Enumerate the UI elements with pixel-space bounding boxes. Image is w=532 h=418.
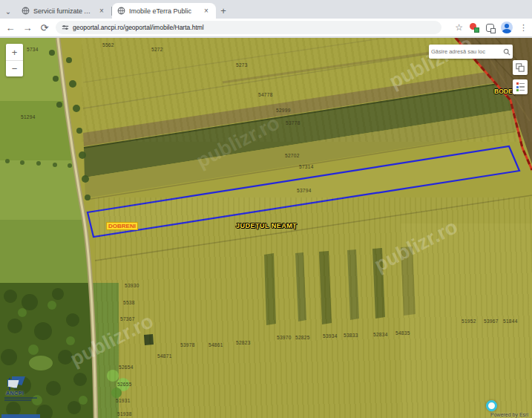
ancpi-logo-text: ANCPI xyxy=(6,391,40,396)
basemap-icon xyxy=(516,63,525,72)
basemap-gallery-button[interactable] xyxy=(513,60,528,75)
map-viewport: 5734556252725273547785299953778512945270… xyxy=(0,38,532,418)
tab-close-icon[interactable]: × xyxy=(97,7,106,15)
reload-icon[interactable]: ⟳ xyxy=(39,22,50,33)
browser-toolbar: ← → ⟳ geoportal.ancpi.ro/geoportal/imobi… xyxy=(0,19,532,37)
new-tab-button[interactable]: + xyxy=(216,3,231,18)
address-bar[interactable]: geoportal.ancpi.ro/geoportal/imobile/Har… xyxy=(56,21,441,34)
search-icon[interactable] xyxy=(501,46,513,58)
tab-close-icon[interactable]: × xyxy=(202,7,211,15)
toolbar-actions: ☆ ⋮ xyxy=(455,22,528,33)
tab-servicii-ancpi[interactable]: Servicii furnizate ANCPI Ex × xyxy=(16,3,111,19)
location-marker[interactable] xyxy=(486,400,497,411)
back-icon[interactable]: ← xyxy=(4,22,16,33)
search-input[interactable] xyxy=(429,48,501,55)
globe-favicon-icon xyxy=(22,7,30,15)
county-label-neamt: JUDEȚUL NEAMȚ xyxy=(236,222,297,229)
extensions-icon[interactable] xyxy=(486,24,494,32)
bookmark-star-icon[interactable]: ☆ xyxy=(455,22,463,33)
zoom-in-button[interactable]: + xyxy=(6,44,23,60)
locality-label-dobreni: DOBRENI xyxy=(106,222,138,230)
tab-title: Servicii furnizate ANCPI Ex xyxy=(33,7,93,15)
zoom-control: + − xyxy=(6,44,23,76)
tab-strip: ⌄ Servicii furnizate ANCPI Ex × Imobile … xyxy=(0,0,532,19)
zoom-out-button[interactable]: − xyxy=(6,60,23,76)
legend-button[interactable] xyxy=(513,79,528,94)
menu-icon[interactable]: ⋮ xyxy=(519,23,528,33)
forward-icon[interactable]: → xyxy=(22,22,33,33)
profile-avatar[interactable] xyxy=(501,22,513,33)
extension-icon[interactable] xyxy=(470,23,479,33)
browser-window: ⌄ Servicii furnizate ANCPI Ex × Imobile … xyxy=(0,0,532,418)
globe-favicon-icon xyxy=(117,7,125,15)
url-text: geoportal.ancpi.ro/geoportal/imobile/Har… xyxy=(73,24,204,31)
site-settings-icon[interactable] xyxy=(62,24,69,31)
map-attribution: Powered by Esri xyxy=(490,412,528,417)
map-search xyxy=(429,45,513,59)
ancpi-logo: ANCPI xyxy=(1,376,40,418)
tab-title: Imobile eTerra Public xyxy=(129,7,198,15)
legend-icon xyxy=(516,82,525,93)
tab-search-chevron-icon[interactable]: ⌄ xyxy=(0,4,16,19)
tab-imobile-eterra[interactable]: Imobile eTerra Public × xyxy=(112,3,216,19)
